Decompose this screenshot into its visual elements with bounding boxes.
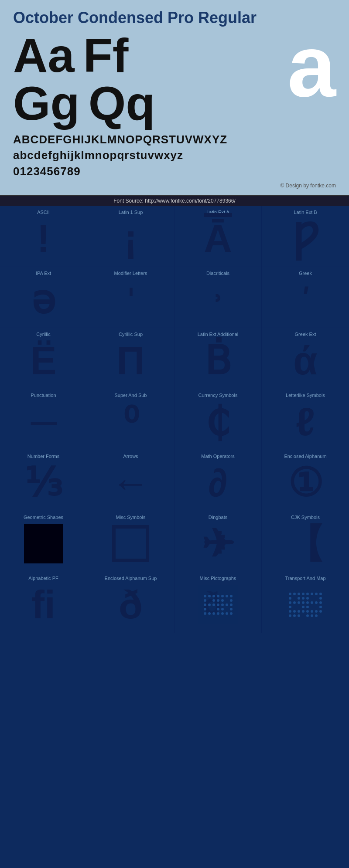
- svg-point-20: [226, 595, 228, 597]
- svg-point-60: [306, 606, 309, 608]
- transport-map-svg: [286, 585, 325, 624]
- glyph-cell-dingbats: Dingbats ✈: [174, 511, 262, 572]
- footer-credit: © Design by fontke.com: [13, 183, 336, 189]
- svg-point-55: [319, 597, 322, 600]
- glyph-label-miscpicto: Misc Pictographs: [179, 576, 257, 581]
- black-square: [24, 524, 63, 563]
- svg-point-70: [311, 614, 313, 617]
- specimen-aa: Aa: [13, 31, 75, 79]
- svg-point-19: [221, 595, 224, 597]
- glyph-char-dingbats: ✈: [179, 522, 257, 565]
- svg-point-31: [230, 612, 233, 615]
- glyph-label-diacriticals: Diacriticals: [179, 271, 257, 276]
- svg-point-67: [293, 614, 296, 617]
- lowercase-alphabet: abcdefghijklmnopqrstuvwxyz: [13, 147, 336, 163]
- svg-point-29: [221, 612, 224, 615]
- glyph-cell-miscsymbols: Misc Symbols: [87, 511, 174, 572]
- glyph-char-greek: ʹ: [266, 278, 345, 321]
- glyph-char-arrows: ←: [92, 461, 170, 504]
- svg-point-15: [204, 612, 206, 615]
- glyph-label-latinextb: Latin Ext B: [266, 210, 345, 215]
- header-section: October Condensed Pro Regular Aa Ff Gg Q…: [0, 0, 349, 195]
- svg-point-22: [221, 599, 224, 602]
- svg-point-21: [230, 595, 233, 597]
- glyph-cell-latinextb: Latin Ext B Ƿ: [262, 206, 349, 267]
- glyph-char-cyrillic: Ё: [4, 339, 82, 382]
- glyph-char-ascii: !: [4, 217, 82, 260]
- glyph-cell-mathops: Math Operators ∂: [174, 450, 262, 511]
- glyph-char-cjk: 【: [266, 522, 345, 565]
- specimen-white-a: a: [287, 17, 336, 115]
- glyph-label-currency: Currency Symbols: [179, 393, 257, 398]
- svg-point-44: [289, 606, 291, 608]
- glyph-label-ipaext: IPA Ext: [4, 271, 82, 276]
- svg-point-43: [302, 601, 305, 604]
- glyph-cell-diacriticals: Diacriticals ˒: [174, 267, 262, 328]
- svg-point-69: [306, 614, 309, 617]
- glyph-cell-cjk: CJK Symbols 【: [262, 511, 349, 572]
- glyph-cell-latinexta: Latin Ext A Ā: [174, 206, 262, 267]
- right-col: a: [287, 27, 336, 105]
- svg-point-13: [204, 608, 206, 610]
- glyph-label-cjk: CJK Symbols: [266, 515, 345, 520]
- glyph-label-greek: Greek: [266, 271, 345, 276]
- svg-point-68: [298, 614, 300, 617]
- svg-point-62: [306, 610, 309, 613]
- svg-point-57: [311, 601, 313, 604]
- glyph-cell-greekext: Greek Ext ά: [262, 328, 349, 389]
- svg-point-53: [319, 593, 322, 595]
- glyph-cell-geoshapes: Geometric Shapes: [0, 511, 87, 572]
- outline-square: [112, 525, 149, 562]
- svg-point-3: [208, 595, 211, 597]
- glyph-label-transportmap: Transport And Map: [266, 576, 345, 581]
- glyph-label-letterlike: Letterlike Symbols: [266, 393, 345, 398]
- glyph-char-numberforms: ⅓: [4, 461, 82, 504]
- glyph-cell-letterlike: Letterlike Symbols ℓ: [262, 389, 349, 450]
- svg-point-4: [212, 595, 215, 597]
- glyph-cell-enclosedsup: Enclosed Alphanum Sup ð: [87, 572, 174, 633]
- glyph-char-mathops: ∂: [179, 461, 257, 504]
- svg-point-33: [289, 593, 291, 595]
- specimen-ff: Ff: [83, 31, 129, 79]
- svg-point-49: [302, 610, 305, 613]
- glyph-cell-greek: Greek ʹ: [262, 267, 349, 328]
- glyph-grid: ASCII ! Latin 1 Sup ¡ Latin Ext A Ā Lati…: [0, 206, 349, 633]
- specimen-row-top: Aa Ff: [13, 31, 155, 79]
- specimen-gg: Gg: [13, 79, 80, 127]
- svg-point-18: [217, 612, 219, 615]
- glyph-label-arrows: Arrows: [92, 454, 170, 459]
- glyph-label-cyrillicsup: Cyrillic Sup: [92, 332, 170, 337]
- svg-point-46: [289, 610, 291, 613]
- svg-point-61: [319, 606, 322, 608]
- uppercase-alphabet: ABCDEFGHIJKLMNOPQRSTUVWXYZ: [13, 132, 336, 147]
- glyph-label-ascii: ASCII: [4, 210, 82, 215]
- svg-point-2: [204, 595, 206, 597]
- digits: 0123456789: [13, 163, 336, 179]
- glyph-cell-alphabeticpf: Alphabetic PF ﬁ: [0, 572, 87, 633]
- glyph-char-modletters: ˈ: [92, 278, 170, 321]
- left-col: Aa Ff Gg Qq: [13, 31, 155, 127]
- glyph-char-transportmap: [266, 583, 345, 626]
- svg-point-9: [204, 604, 206, 606]
- svg-point-65: [319, 610, 322, 613]
- glyph-char-alphabeticpf: ﬁ: [4, 583, 82, 626]
- glyph-cell-numberforms: Number Forms ⅓: [0, 450, 87, 511]
- svg-point-25: [226, 604, 228, 606]
- glyph-char-miscsymbols: [92, 522, 170, 565]
- glyph-cell-cyrillic: Cyrillic Ё: [0, 328, 87, 389]
- glyph-cell-transportmap: Transport And Map: [262, 572, 349, 633]
- glyph-label-latin1sup: Latin 1 Sup: [92, 210, 170, 215]
- svg-point-5: [217, 595, 219, 597]
- glyph-label-modletters: Modifier Letters: [92, 271, 170, 276]
- glyph-cell-ascii: ASCII !: [0, 206, 87, 267]
- svg-point-41: [293, 601, 296, 604]
- svg-point-37: [289, 597, 291, 600]
- glyph-label-punctuation: Punctuation: [4, 393, 82, 398]
- svg-point-66: [289, 614, 291, 617]
- svg-point-71: [315, 614, 318, 617]
- glyph-cell-latinextadd: Latin Ext Additional Ḃ: [174, 328, 262, 389]
- glyph-char-diacriticals: ˒: [179, 278, 257, 321]
- svg-point-27: [221, 608, 224, 610]
- glyph-label-mathops: Math Operators: [179, 454, 257, 459]
- svg-point-39: [302, 597, 305, 600]
